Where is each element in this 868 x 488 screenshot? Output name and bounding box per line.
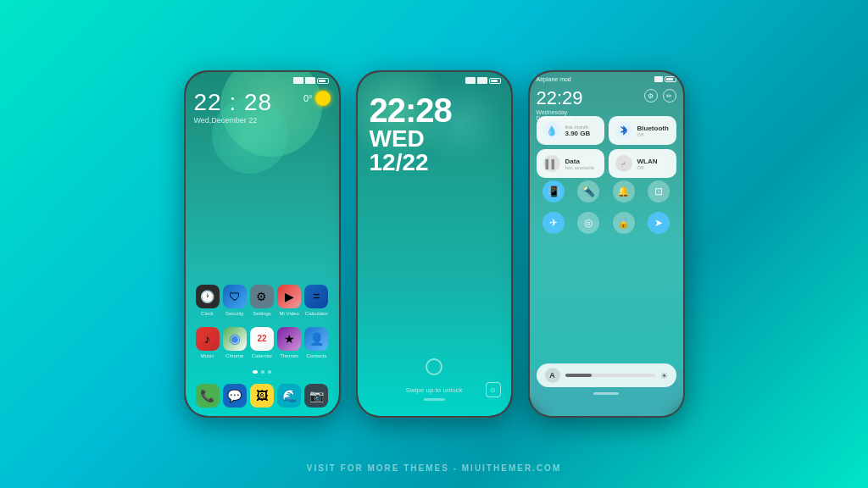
dock-camera-icon: 📷 (304, 384, 328, 408)
app-contacts[interactable]: 👤 Contacts (303, 327, 329, 359)
toggle-screen-record[interactable]: ⊡ (648, 180, 670, 202)
camera-icon: ⊙ (490, 386, 496, 394)
mobile-tile-icon: ▌▌ (543, 155, 560, 172)
app-calculator-icon: = (304, 285, 328, 308)
app-music[interactable]: ♪ Music (195, 327, 220, 359)
temp-value: 0° (303, 93, 313, 103)
app-music-icon: ♪ (196, 327, 220, 351)
cc-tile-mobile[interactable]: ▌▌ Data Not available (537, 149, 604, 178)
cc-edit-icon[interactable]: ✏ (663, 89, 676, 103)
app-chrome[interactable]: ◉ Chrome (222, 327, 248, 359)
font-size-button[interactable]: A (545, 368, 560, 383)
dock-photos-icon: 🌊 (277, 384, 301, 408)
status-icons (293, 77, 329, 84)
tile-bt-text: Bluetooth Off (637, 125, 670, 137)
cc-tile-wlan[interactable]: ⌿ WLAN Off (609, 149, 676, 178)
brightness-icon: ◎ (584, 217, 593, 229)
dock-photos[interactable]: 🌊 (276, 384, 302, 408)
tile-bt-sub: Off (637, 132, 670, 137)
lock-status-icons (465, 77, 501, 84)
bell-icon: 🔔 (617, 186, 630, 197)
lock-date: 12/22 (370, 151, 452, 175)
app-themes[interactable]: ★ Themes (276, 327, 302, 359)
app-themes-icon: ★ (277, 327, 301, 351)
cc-tile-data[interactable]: 💧 this month 3.90 GB (537, 116, 604, 145)
tile-data-icon: 💧 (543, 122, 560, 139)
dock: 📞 💬 🖼 🌊 📷 (194, 384, 331, 408)
toggle-airplane[interactable]: ✈ (542, 212, 565, 234)
fingerprint-button[interactable] (426, 358, 442, 375)
sun-icon (315, 91, 331, 106)
app-settings[interactable]: ⚙ Settings (249, 285, 275, 317)
dot-3 (268, 370, 271, 374)
app-calculator[interactable]: = Calculator (303, 285, 329, 317)
app-clock[interactable]: 🕐 Clock (195, 285, 220, 317)
app-settings-label: Settings (253, 311, 271, 317)
lock-signal-icon (465, 77, 476, 84)
app-row-2: ♪ Music ◉ Chrome 22 Calendar ★ Themes 👤 (194, 327, 331, 359)
tile-mobile-sub: Not available (565, 165, 598, 170)
cc-status-icons (654, 76, 676, 82)
lock-wifi-icon (477, 77, 487, 84)
dock-gallery[interactable]: 🖼 (249, 384, 275, 408)
cc-time: 22:29 (537, 87, 583, 109)
brightness-sun-icon: ☀ (660, 371, 668, 380)
tile-wlan-label: WLAN (637, 158, 670, 165)
bluetooth-tile-icon (615, 122, 632, 139)
toggle-vibrate[interactable]: 📳 (542, 180, 565, 202)
app-security[interactable]: 🛡 Security (222, 285, 248, 317)
brightness-fill (565, 374, 593, 377)
app-security-label: Security (225, 311, 244, 317)
airplane-icon: ✈ (549, 217, 558, 229)
lock-screen: 22:28 WED 12/22 Swipe up to unlock ⊙ (358, 72, 511, 416)
app-chrome-icon: ◉ (223, 327, 247, 351)
lock-battery-icon (489, 78, 501, 84)
dock-phone[interactable]: 📞 (195, 384, 220, 408)
app-themes-label: Themes (280, 353, 298, 359)
wlan-tile-icon: ⌿ (615, 155, 632, 172)
cc-settings-icon[interactable]: ⚙ (644, 89, 658, 103)
flashlight-icon: 🔦 (582, 186, 595, 197)
tile-mobile-label: Data (565, 158, 598, 165)
signal-icon (293, 77, 303, 84)
app-calendar[interactable]: 22 Calendar (249, 327, 275, 359)
toggle-dnd[interactable]: 🔔 (613, 180, 635, 202)
status-bar (196, 77, 329, 84)
cc-edit-icons: ⚙ ✏ (644, 89, 676, 103)
toggle-flashlight[interactable]: 🔦 (577, 180, 599, 202)
app-grid: 🕐 Clock 🛡 Security ⚙ Settings ▶ Mi Video… (194, 285, 331, 369)
tile-bt-label: Bluetooth (637, 125, 670, 132)
app-contacts-icon: 👤 (304, 327, 328, 351)
lock-status-bar (368, 77, 501, 84)
home-screen: 22 : 28 Wed,December 22 0° 🕐 Clock 🛡 Sec… (186, 72, 339, 416)
dock-camera[interactable]: 📷 (303, 384, 329, 408)
date-display: Wed,December 22 (194, 116, 331, 125)
app-video[interactable]: ▶ Mi Video (276, 285, 302, 317)
control-center-screen: Airplane mod 22:29 Wednesday December 22… (530, 72, 683, 416)
lock-camera-button[interactable]: ⊙ (486, 382, 501, 397)
dot-1 (253, 370, 258, 374)
app-clock-icon: 🕐 (196, 285, 220, 308)
app-row-1: 🕐 Clock 🛡 Security ⚙ Settings ▶ Mi Video… (194, 285, 331, 317)
tile-wlan-sub: Off (637, 165, 670, 170)
tile-wlan-text: WLAN Off (637, 158, 670, 170)
cc-home-indicator (593, 392, 619, 395)
cc-date-1: Wednesday (537, 109, 583, 115)
toggle-auto-brightness[interactable]: ◎ (577, 212, 599, 234)
app-security-icon: 🛡 (223, 285, 247, 308)
app-chrome-label: Chrome (225, 353, 243, 359)
lock-time: 22:28 (370, 93, 452, 127)
toggle-location[interactable]: ➤ (648, 212, 670, 234)
home-indicator (424, 398, 445, 401)
cc-tile-bluetooth[interactable]: Bluetooth Off (609, 116, 676, 145)
phone-3: Airplane mod 22:29 Wednesday December 22… (528, 70, 685, 418)
toggle-lock-rotation[interactable]: 🔒 (613, 212, 635, 234)
app-video-icon: ▶ (277, 285, 301, 308)
dock-messages[interactable]: 💬 (222, 384, 248, 408)
app-calendar-label: Calendar (252, 353, 272, 359)
cc-status-bar: Airplane mod (537, 76, 676, 82)
app-calendar-icon: 22 (250, 327, 274, 351)
brightness-slider[interactable] (565, 374, 655, 377)
dock-gallery-icon: 🖼 (250, 384, 274, 408)
cc-quick-tiles: 💧 this month 3.90 GB Bluetooth Off (537, 116, 676, 178)
